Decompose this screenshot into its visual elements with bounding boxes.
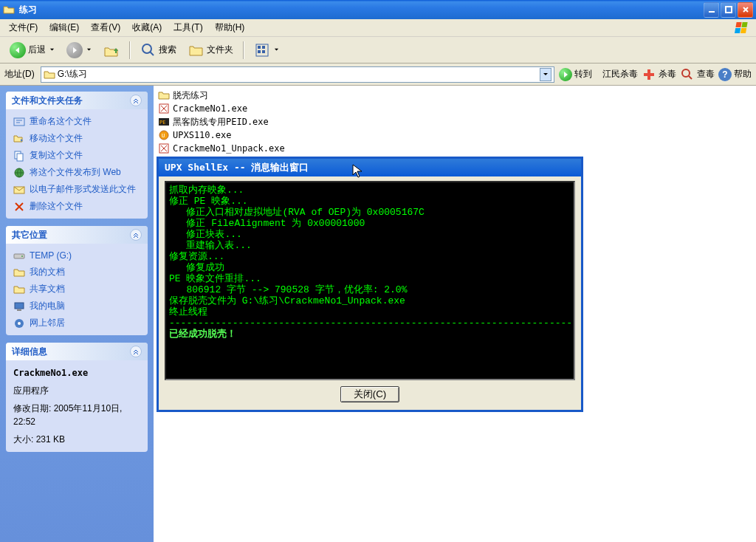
task-email[interactable]: 以电子邮件形式发送此文件 (13, 183, 140, 196)
antivirus-brand-label: 江民杀毒 (602, 68, 638, 80)
svg-rect-13 (644, 73, 654, 76)
exe-icon (158, 143, 170, 154)
task-move[interactable]: 移动这个文件 (13, 132, 140, 145)
folders-icon (188, 42, 205, 58)
menu-help[interactable]: 帮助(H) (209, 19, 251, 36)
search-button[interactable]: 搜索 (135, 40, 182, 61)
details-filetype: 应用程序 (13, 384, 140, 397)
folder-icon (3, 4, 15, 16)
file-item-folder[interactable]: 脱壳练习 (157, 89, 756, 102)
place-mydocs[interactable]: 我的文档 (13, 266, 140, 278)
scan-virus-button[interactable]: 查毒 (680, 67, 715, 82)
upx-dialog: UPX ShellEx -- 消息输出窗口 抓取内存映象... 修正 PE 映象… (157, 157, 583, 412)
rename-icon (13, 116, 25, 128)
sidebar: 文件和文件夹任务 重命名这个文件 移动这个文件 复制这个文件 将这个文件发布到 … (0, 86, 154, 542)
menu-bar: 文件(F) 编辑(E) 查看(V) 收藏(A) 工具(T) 帮助(H) (0, 19, 756, 37)
maximize-button[interactable] (721, 2, 736, 18)
svg-rect-3 (741, 22, 747, 27)
help-button[interactable]: ? 帮助 (718, 68, 752, 81)
globe-icon (13, 167, 25, 179)
file-item-upx[interactable]: U UPXS110.exe (157, 128, 756, 142)
file-name: 黑客防线专用PEID.exe (173, 116, 269, 128)
search-label: 搜索 (159, 44, 176, 56)
chevron-up-icon (130, 95, 142, 106)
details-title: 详细信息 (12, 346, 47, 358)
address-input-box[interactable]: G:\练习 (41, 66, 554, 83)
go-button[interactable]: 转到 (559, 68, 592, 81)
details-filename: CrackmeNo1.exe (13, 366, 140, 380)
address-dropdown-button[interactable] (540, 68, 551, 81)
file-item-pe[interactable]: PE 黑客防线专用PEID.exe (157, 115, 756, 128)
menu-tools[interactable]: 工具(T) (168, 19, 208, 36)
menu-file[interactable]: 文件(F) (3, 19, 44, 36)
folders-label: 文件夹 (207, 44, 233, 56)
task-delete[interactable]: 删除这个文件 (13, 200, 140, 213)
folders-button[interactable]: 文件夹 (183, 40, 238, 61)
file-item-exe[interactable]: CrackmeNo1_Unpack.exe (157, 142, 756, 155)
chevron-down-icon (86, 47, 92, 52)
go-label: 转到 (574, 68, 592, 80)
dialog-buttons: 关闭(C) (165, 380, 575, 402)
svg-rect-5 (740, 28, 746, 33)
address-bar: 地址(D) G:\练习 转到 江民杀毒 杀毒 查毒 ? 帮助 (0, 64, 756, 86)
window-controls (704, 2, 753, 18)
other-places-panel: 其它位置 TEMP (G:) 我的文档 共享文档 我的电脑 网上邻居 (6, 226, 148, 335)
svg-rect-9 (262, 46, 265, 49)
svg-rect-17 (17, 154, 23, 161)
back-icon (10, 42, 26, 58)
forward-icon (66, 42, 83, 58)
dialog-title: UPX ShellEx -- 消息输出窗口 (159, 159, 581, 176)
task-rename[interactable]: 重命名这个文件 (13, 115, 140, 128)
plus-red-icon (642, 67, 656, 82)
back-button[interactable]: 后退 (4, 40, 60, 61)
close-dialog-button[interactable]: 关闭(C) (340, 386, 399, 402)
svg-rect-8 (258, 46, 261, 49)
address-label: 地址(D) (4, 68, 35, 80)
views-button[interactable] (249, 40, 284, 61)
details-header[interactable]: 详细信息 (6, 343, 148, 360)
computer-icon (13, 301, 25, 312)
svg-rect-1 (726, 7, 732, 13)
tasks-panel-body: 重命名这个文件 移动这个文件 复制这个文件 将这个文件发布到 Web 以电子邮件… (6, 109, 148, 219)
menu-favorites[interactable]: 收藏(A) (126, 19, 168, 36)
minimize-button[interactable] (704, 2, 719, 18)
place-shared[interactable]: 共享文档 (13, 283, 140, 295)
right-utilities: 江民杀毒 杀毒 查毒 ? 帮助 (602, 67, 752, 82)
tasks-panel-header[interactable]: 文件和文件夹任务 (6, 92, 148, 109)
svg-point-25 (18, 322, 21, 325)
move-icon (13, 133, 25, 145)
console-output: 抓取内存映象... 修正 PE 映象... 修正入口相对虚拟地址(RVA of … (165, 181, 575, 380)
menu-view[interactable]: 查看(V) (85, 19, 126, 36)
details-modified: 修改日期: 2005年11月10日, 22:52 (13, 402, 140, 428)
svg-rect-4 (735, 28, 740, 33)
delete-icon (13, 201, 25, 213)
folder-icon (158, 89, 170, 101)
details-body: CrackmeNo1.exe 应用程序 修改日期: 2005年11月10日, 2… (6, 360, 148, 452)
place-mycomputer[interactable]: 我的电脑 (13, 300, 140, 312)
up-button[interactable] (98, 40, 125, 61)
place-drive[interactable]: TEMP (G:) (13, 250, 140, 261)
close-button[interactable] (738, 2, 753, 18)
pe-icon: PE (158, 116, 170, 128)
task-copy[interactable]: 复制这个文件 (13, 149, 140, 162)
svg-rect-2 (735, 22, 741, 27)
separator (243, 41, 244, 59)
other-places-body: TEMP (G:) 我的文档 共享文档 我的电脑 网上邻居 (6, 244, 148, 335)
dialog-body: 抓取内存映象... 修正 PE 映象... 修正入口相对虚拟地址(RVA of … (159, 176, 581, 410)
svg-rect-0 (709, 11, 715, 13)
file-item-exe[interactable]: CrackmeNo1.exe (157, 102, 756, 115)
copy-icon (13, 150, 25, 162)
kill-virus-button[interactable]: 杀毒 (642, 67, 676, 82)
forward-button[interactable] (61, 40, 97, 61)
folder-icon (44, 69, 55, 80)
svg-text:U: U (162, 133, 165, 139)
folder-icon (13, 267, 25, 278)
task-publish[interactable]: 将这个文件发布到 Web (13, 166, 140, 179)
search-red-icon (680, 67, 695, 82)
other-places-header[interactable]: 其它位置 (6, 226, 148, 244)
separator (129, 41, 131, 59)
other-title: 其它位置 (12, 229, 47, 241)
menu-edit[interactable]: 编辑(E) (44, 19, 85, 36)
place-network[interactable]: 网上邻居 (13, 317, 140, 329)
svg-rect-23 (17, 309, 21, 311)
